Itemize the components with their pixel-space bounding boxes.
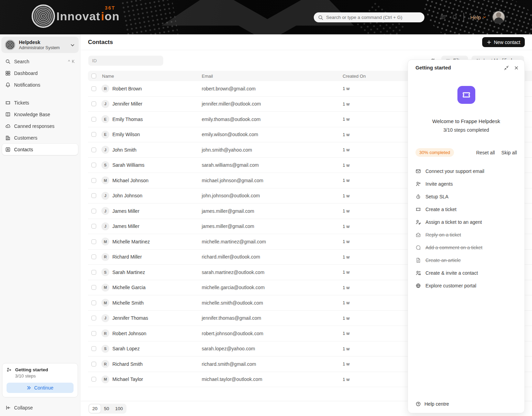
row-checkbox[interactable] (91, 163, 96, 167)
page-size-option-100[interactable]: 100 (112, 404, 126, 413)
id-filter-input[interactable] (88, 56, 163, 66)
row-checkbox[interactable] (91, 178, 96, 183)
timer-icon (415, 194, 421, 199)
dashboard-icon (5, 70, 11, 76)
help-circle-icon (415, 401, 421, 407)
row-checkbox[interactable] (91, 346, 96, 351)
sidebar-item-label: Dashboard (14, 70, 75, 76)
command-search[interactable] (314, 12, 424, 22)
sidebar-item-canned-responses[interactable]: Canned responses (2, 120, 78, 132)
workspace-switcher[interactable]: Helpdesk Administrator System (1, 37, 79, 53)
contact-email: richard.smith@gmail.com (202, 361, 343, 367)
onboarding-step[interactable]: Assign a ticket to an agent (415, 216, 517, 228)
getting-started-card[interactable]: Getting started 3/10 steps Continue (2, 363, 78, 397)
sidebar-item-contacts[interactable]: Contacts (2, 144, 78, 155)
contact-avatar: J (101, 146, 109, 154)
collapse-sidebar-button[interactable]: Collapse (1, 403, 79, 413)
onboarding-step-label: Create & invite a contact (425, 270, 478, 276)
chat-icon[interactable] (440, 14, 446, 20)
sidebar-item-notifications[interactable]: Notifications (2, 79, 78, 90)
plus-icon (487, 40, 491, 45)
notifications-bell-icon[interactable] (452, 14, 457, 20)
collapse-label: Collapse (14, 405, 33, 410)
contact-name: Richard Smith (112, 361, 202, 367)
help-centre-button[interactable]: Help centre (408, 396, 524, 413)
row-checkbox[interactable] (91, 101, 96, 106)
welcome-text: Welcome to Frappe Helpdesk (408, 118, 524, 124)
sidebar-item-knowledge-base[interactable]: Knowledge Base (2, 109, 78, 120)
brand-logo: Innovati36Ton (32, 4, 120, 28)
skip-all-button[interactable]: Skip all (501, 150, 517, 155)
row-checkbox[interactable] (91, 254, 96, 259)
continue-button[interactable]: Continue (7, 383, 74, 393)
row-checkbox[interactable] (91, 362, 96, 366)
contact-email: michael.johnson@gmail.com (202, 178, 343, 183)
contact-email: john.johnson@outlook.com (202, 193, 343, 198)
sidebar-item-search[interactable]: Search^ K (2, 56, 78, 67)
onboarding-step[interactable]: Setup SLA (415, 190, 517, 203)
row-checkbox[interactable] (91, 86, 96, 91)
onboarding-step[interactable]: Create a ticket (415, 203, 517, 216)
contact-avatar: R (101, 85, 109, 92)
onboarding-step[interactable]: Invite agents (415, 177, 517, 190)
onboarding-step[interactable]: Create & invite a contact (415, 266, 517, 279)
minimize-icon[interactable] (504, 65, 509, 70)
row-checkbox[interactable] (91, 239, 96, 244)
row-checkbox[interactable] (91, 224, 96, 229)
sidebar-item-dashboard[interactable]: Dashboard (2, 67, 78, 79)
onboarding-step[interactable]: Add a comment on a ticket (415, 241, 517, 254)
row-checkbox[interactable] (91, 117, 96, 122)
panel-title: Getting started (415, 65, 499, 70)
onboarding-step-label: Explore customer portal (425, 283, 476, 288)
sidebar-item-customers[interactable]: Customers (2, 132, 78, 143)
onboarding-step-label: Assign a ticket to an agent (425, 219, 482, 225)
workspace-title: Helpdesk (19, 40, 66, 45)
row-checkbox[interactable] (91, 331, 96, 336)
row-checkbox[interactable] (91, 193, 96, 198)
row-checkbox[interactable] (91, 209, 96, 214)
contact-email: sarah.lopez@yahoo.com (202, 346, 343, 351)
user-avatar[interactable] (493, 11, 505, 23)
reset-all-button[interactable]: Reset all (476, 150, 495, 155)
sidebar-item-label: Contacts (14, 147, 75, 152)
sidebar-item-tickets[interactable]: Tickets (2, 97, 78, 108)
innovation-seal-logo (32, 4, 55, 28)
search-icon (318, 15, 323, 20)
row-checkbox[interactable] (91, 300, 96, 305)
row-checkbox[interactable] (91, 132, 96, 137)
row-checkbox[interactable] (91, 285, 96, 290)
page-size-option-50[interactable]: 50 (101, 404, 112, 413)
contact-avatar: J (101, 314, 109, 322)
onboarding-step[interactable]: Explore customer portal (415, 279, 517, 292)
nav-divider (464, 13, 464, 22)
row-checkbox[interactable] (91, 147, 96, 152)
contact-name: Michelle Garcia (112, 285, 202, 290)
book-icon (5, 112, 11, 117)
close-icon[interactable] (514, 65, 519, 70)
help-label: Help (470, 14, 481, 20)
users-icon (415, 270, 421, 276)
row-checkbox[interactable] (91, 270, 96, 275)
contact-name: John Smith (112, 147, 202, 153)
sidebar-nav: Search^ KDashboardNotificationsTicketsKn… (1, 56, 79, 155)
contact-avatar: E (101, 131, 109, 139)
help-centre-label: Help centre (424, 401, 449, 407)
contact-name: Jennifer Miller (112, 101, 202, 107)
page-size-option-20[interactable]: 20 (89, 404, 101, 413)
command-search-input[interactable] (326, 15, 420, 20)
onboarding-step[interactable]: Connect your support email (415, 165, 517, 177)
help-menu[interactable]: Help (470, 14, 487, 20)
contact-avatar: M (101, 284, 109, 292)
new-contact-button[interactable]: New contact (482, 37, 525, 47)
contact-avatar: R (101, 253, 109, 261)
onboarding-step[interactable]: Create an article (415, 254, 517, 266)
select-all-checkbox[interactable] (91, 74, 96, 78)
onboarding-step[interactable]: Reply on a ticket (415, 228, 517, 241)
contact-email: james.miller@gmail.com (202, 208, 343, 214)
contact-name: Sarah Martinez (112, 270, 202, 275)
row-checkbox[interactable] (91, 377, 96, 382)
mail-open-icon (415, 232, 421, 238)
contact-email: michelle.smith@outlook.com (202, 300, 343, 306)
row-checkbox[interactable] (91, 316, 96, 320)
contact-avatar: S (101, 268, 109, 276)
